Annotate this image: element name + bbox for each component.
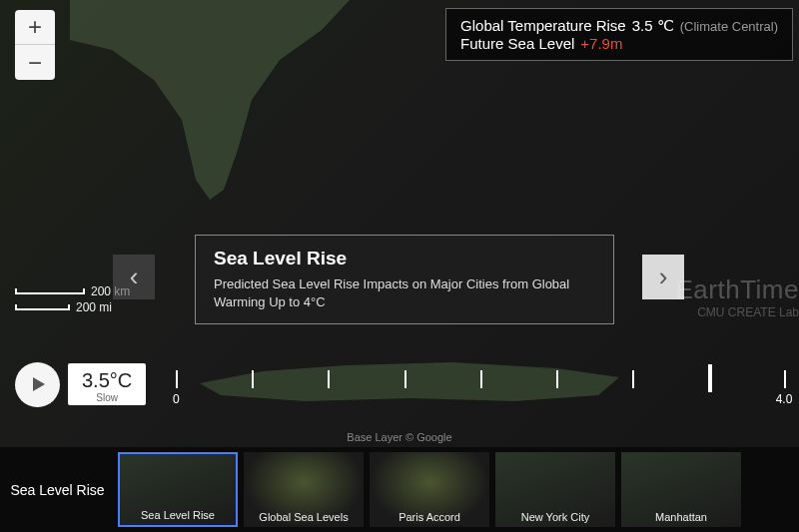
- thumbnail-new-york-city[interactable]: New York City: [495, 452, 615, 527]
- sea-level-label: Future Sea Level: [460, 35, 574, 52]
- data-source: (Climate Central): [680, 19, 778, 34]
- next-story-button[interactable]: ›: [642, 255, 684, 299]
- thumbnail-paris-accord[interactable]: Paris Accord: [370, 452, 489, 527]
- thumbnail-global-sea-levels[interactable]: Global Sea Levels: [244, 452, 364, 527]
- timeline-track[interactable]: 0 4.0: [176, 364, 784, 404]
- brand-subtitle: CMU CREATE Lab: [676, 305, 799, 319]
- story-card: Sea Level Rise Predicted Sea Level Rise …: [195, 235, 614, 324]
- zoom-in-button[interactable]: +: [15, 10, 55, 45]
- info-panel: Global Temperature Rise 3.5 ℃ (Climate C…: [445, 8, 793, 61]
- timeline-start: 0: [173, 392, 180, 406]
- brand-title: EarthTime: [676, 274, 799, 305]
- current-temp-display: 3.5°C Slow: [68, 363, 146, 405]
- thumbnail-manhattan[interactable]: Manhattan: [621, 452, 741, 527]
- sea-level-value: +7.9m: [580, 35, 622, 52]
- current-temp-value: 3.5°C: [82, 369, 132, 392]
- thumbnail-sea-level-rise[interactable]: Sea Level Rise: [118, 452, 238, 527]
- play-icon: [29, 375, 47, 393]
- timeline-cursor[interactable]: [708, 364, 712, 392]
- map-attribution: Base Layer © Google: [347, 431, 451, 443]
- play-button[interactable]: [15, 362, 60, 407]
- timeline: 3.5°C Slow 0 4.0: [15, 354, 784, 414]
- prev-story-button[interactable]: ‹: [113, 255, 155, 299]
- playback-speed: Slow: [82, 392, 132, 403]
- zoom-control: + −: [15, 10, 55, 80]
- scale-mi: 200 mi: [76, 300, 112, 314]
- timeline-end: 4.0: [776, 392, 793, 406]
- temp-rise-label: Global Temperature Rise: [460, 17, 626, 34]
- zoom-out-button[interactable]: −: [15, 45, 55, 80]
- temp-rise-value: 3.5 ℃: [632, 17, 674, 35]
- section-label: Sea Level Rise: [0, 447, 115, 532]
- story-description: Predicted Sea Level Rise Impacts on Majo…: [214, 275, 595, 311]
- story-title: Sea Level Rise: [214, 248, 595, 269]
- branding: EarthTime CMU CREATE Lab: [676, 274, 799, 319]
- thumbnail-strip: Sea Level Rise Sea Level Rise Global Sea…: [0, 447, 799, 532]
- landmass: [70, 0, 350, 200]
